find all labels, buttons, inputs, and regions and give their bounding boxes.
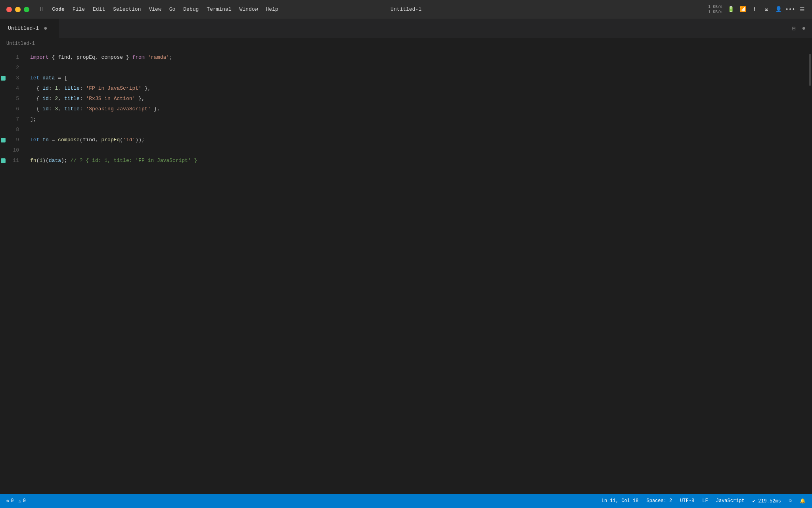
window-title: Untitled-1 (391, 6, 421, 12)
line-number-10: 10 (8, 145, 19, 156)
language-mode[interactable]: JavaScript (716, 498, 745, 504)
tab-bar: Untitled-1 ● ⊟ ● (0, 19, 812, 38)
battery-icon: 🔋 (727, 6, 734, 13)
code-line-1[interactable]: import { find, propEq, compose } from 'r… (30, 52, 802, 63)
indentation[interactable]: Spaces: 2 (647, 498, 672, 504)
list-icon: ☰ (799, 6, 806, 13)
line-number-9: 9 (8, 135, 19, 145)
menu-bar:  Code File Edit Selection View Go Debug… (40, 6, 278, 13)
maximize-button[interactable] (24, 7, 29, 12)
line-number-8: 8 (8, 125, 19, 135)
wifi-icon: 📶 (739, 6, 746, 13)
network-stats: 1 KB/s 1 KB/s (708, 4, 722, 15)
close-button[interactable] (6, 7, 12, 12)
code-line-9[interactable]: let fn = compose(find, propEq('id')); (30, 135, 802, 145)
code-content[interactable]: import { find, propEq, compose } from 'r… (24, 52, 808, 491)
code-line-7[interactable]: ]; (30, 114, 802, 125)
tab-label: Untitled-1 (8, 25, 39, 31)
line-number-4: 4 (8, 83, 19, 94)
error-count[interactable]: ⊗ 0 ⚠ 0 (6, 498, 26, 504)
cast-icon: ⊡ (763, 6, 770, 13)
more-icon: ••• (787, 6, 794, 13)
timing[interactable]: ✔ 219.52ms (753, 498, 781, 504)
menu-selection[interactable]: Selection (113, 6, 141, 12)
info-icon: ℹ (751, 6, 758, 13)
line-number-11: 11 (8, 156, 19, 166)
tab-close-icon[interactable]: ● (44, 25, 48, 32)
scrollbar-thumb[interactable] (809, 54, 811, 86)
scrollbar[interactable] (808, 52, 812, 491)
menu-help[interactable]: Help (266, 6, 278, 12)
breadcrumb: Untitled-1 (0, 38, 812, 49)
line-number-1: 1 (8, 52, 19, 63)
breakpoint-3 (1, 76, 6, 81)
code-line-2[interactable] (30, 63, 802, 73)
statusbar-left: ⊗ 0 ⚠ 0 (6, 498, 26, 504)
warning-icon: ⚠ (18, 498, 21, 504)
editor-main: Untitled-1 1234567891011 import { find, … (0, 38, 812, 494)
menu-debug[interactable]: Debug (183, 6, 199, 12)
eol[interactable]: LF (702, 498, 708, 504)
code-line-3[interactable]: let data = [ (30, 73, 802, 83)
menu-terminal[interactable]: Terminal (207, 6, 231, 12)
tab-untitled[interactable]: Untitled-1 ● (0, 19, 59, 38)
minimize-button[interactable] (15, 7, 21, 12)
titlebar-right: 1 KB/s 1 KB/s 🔋 📶 ℹ ⊡ 👤 ••• ☰ (708, 4, 806, 15)
line-number-3: 3 (8, 73, 19, 83)
line-number-5: 5 (8, 94, 19, 104)
user-icon: 👤 (775, 6, 782, 13)
encoding[interactable]: UTF-8 (680, 498, 694, 504)
breakpoint-9 (1, 138, 6, 142)
titlebar:  Code File Edit Selection View Go Debug… (0, 0, 812, 19)
line-number-6: 6 (8, 104, 19, 114)
status-bar: ⊗ 0 ⚠ 0 Ln 11, Col 18 Spaces: 2 UTF-8 LF… (0, 494, 812, 508)
cursor-position[interactable]: Ln 11, Col 18 (601, 498, 639, 504)
menu-go[interactable]: Go (169, 6, 176, 12)
line-number-7: 7 (8, 114, 19, 125)
menu-view[interactable]: View (149, 6, 161, 12)
notification-icon[interactable]: 🔔 (800, 498, 806, 504)
menu-apple[interactable]:  (40, 6, 44, 13)
tab-actions: ⊟ ● (59, 19, 812, 38)
error-icon: ⊗ (6, 498, 9, 504)
split-editor-icon[interactable]: ⊟ (792, 25, 796, 33)
statusbar-right: Ln 11, Col 18 Spaces: 2 UTF-8 LF JavaScr… (601, 498, 806, 504)
code-line-6[interactable]: { id: 3, title: 'Speaking JavaScript' }, (30, 104, 802, 114)
dot-icon[interactable]: ● (802, 25, 806, 32)
menu-file[interactable]: File (73, 6, 85, 12)
menu-code[interactable]: Code (52, 6, 65, 12)
code-line-5[interactable]: { id: 2, title: 'RxJS in Action' }, (30, 94, 802, 104)
line-number-2: 2 (8, 63, 19, 73)
feedback-icon[interactable]: ☺ (789, 498, 792, 504)
editor-container: Untitled-1 1234567891011 import { find, … (0, 38, 812, 494)
code-line-8[interactable] (30, 125, 802, 135)
titlebar-left:  Code File Edit Selection View Go Debug… (6, 6, 278, 13)
line-numbers: 1234567891011 (0, 52, 24, 491)
menu-window[interactable]: Window (239, 6, 258, 12)
menu-edit[interactable]: Edit (93, 6, 105, 12)
code-line-10[interactable] (30, 145, 802, 156)
breakpoint-11 (1, 158, 6, 163)
code-line-4[interactable]: { id: 1, title: 'FP in JavaScript' }, (30, 83, 802, 94)
code-line-11[interactable]: fn(1)(data); // ? { id: 1, title: 'FP in… (30, 156, 802, 166)
code-area[interactable]: 1234567891011 import { find, propEq, com… (0, 49, 812, 494)
